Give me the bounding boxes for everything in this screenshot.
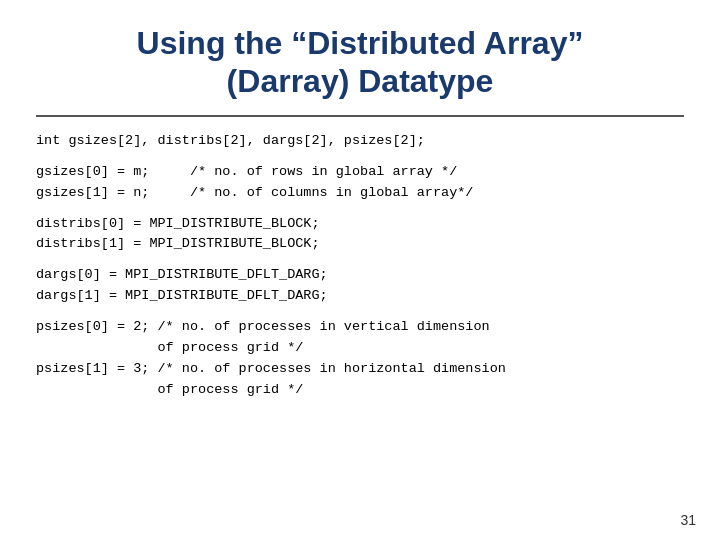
code-psizes0-1: psizes[0] = 2; /* no. of processes in ve…	[36, 317, 684, 338]
spacer-4	[36, 307, 684, 317]
code-distribs0: distribs[0] = MPI_DISTRIBUTE_BLOCK;	[36, 214, 684, 235]
title-line1: Using the “Distributed Array”	[137, 25, 584, 61]
code-gsizes0: gsizes[0] = m; /* no. of rows in global …	[36, 162, 684, 183]
code-dargs0: dargs[0] = MPI_DISTRIBUTE_DFLT_DARG;	[36, 265, 684, 286]
spacer-2	[36, 204, 684, 214]
code-distribs1: distribs[1] = MPI_DISTRIBUTE_BLOCK;	[36, 234, 684, 255]
code-psizes1-2: of process grid */	[36, 380, 684, 401]
code-area: int gsizes[2], distribs[2], dargs[2], ps…	[36, 131, 684, 520]
slide-title: Using the “Distributed Array” (Darray) D…	[36, 24, 684, 101]
title-area: Using the “Distributed Array” (Darray) D…	[36, 24, 684, 101]
code-gsizes1: gsizes[1] = n; /* no. of columns in glob…	[36, 183, 684, 204]
code-psizes1-1: psizes[1] = 3; /* no. of processes in ho…	[36, 359, 684, 380]
title-divider	[36, 115, 684, 117]
slide-container: Using the “Distributed Array” (Darray) D…	[0, 0, 720, 540]
slide-number: 31	[680, 512, 696, 528]
spacer-1	[36, 152, 684, 162]
code-psizes0-2: of process grid */	[36, 338, 684, 359]
code-dargs1: dargs[1] = MPI_DISTRIBUTE_DFLT_DARG;	[36, 286, 684, 307]
code-declaration: int gsizes[2], distribs[2], dargs[2], ps…	[36, 131, 684, 152]
title-line2: (Darray) Datatype	[227, 63, 494, 99]
spacer-3	[36, 255, 684, 265]
